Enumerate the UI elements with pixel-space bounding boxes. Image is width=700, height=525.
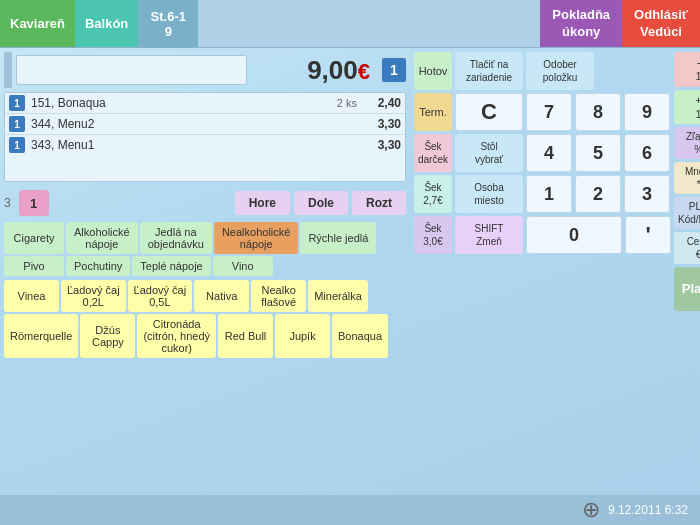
item-grid: VineaĽadový čaj 0,2LĽadový čaj 0,5LNativ… (4, 280, 406, 358)
tab-kaviaren[interactable]: Kaviareň (0, 0, 75, 47)
num-9[interactable]: 9 (624, 93, 670, 131)
action-col-left: Hotov Term. Šek darček Šek 2,7€ Šek 3,0€ (414, 52, 452, 311)
num-comma[interactable]: ' (625, 216, 671, 254)
item-btn[interactable]: Römerquelle (4, 314, 78, 358)
item-qty: 2 ks (337, 97, 357, 109)
order-item[interactable]: 1 344, Menu2 3,30 (5, 114, 405, 135)
num-3[interactable]: 3 (624, 175, 670, 213)
datetime: 9.12.2011 6:32 (608, 503, 688, 517)
top-bar: Kaviareň Balkón St.6-1 9 Pokladňa úkony … (0, 0, 700, 48)
category-tab[interactable]: Teplé nápoje (132, 256, 210, 276)
plus-button[interactable]: + 1 (674, 90, 700, 125)
pokladna-button[interactable]: Pokladňa úkony (540, 0, 622, 47)
qty-small-btn[interactable]: 1 (19, 190, 49, 216)
item-btn[interactable]: Jupík (275, 314, 330, 358)
item-price: 3,30 (365, 117, 401, 131)
sek-darc-button[interactable]: Šek darček (414, 134, 452, 172)
currency-symbol: € (358, 59, 370, 84)
item-btn[interactable]: Ľadový čaj 0,2L (61, 280, 126, 312)
hotov-button[interactable]: Hotov (414, 52, 452, 90)
platit-button[interactable]: Platiť (674, 267, 700, 311)
item-btn[interactable]: Nealko flašové (251, 280, 306, 312)
tab-balkon[interactable]: Balkón (75, 0, 138, 47)
right-panel: Hotov Term. Šek darček Šek 2,7€ Šek 3,0€… (410, 48, 700, 495)
odober-button[interactable]: Odober položku (526, 52, 594, 90)
zoom-icon[interactable]: ⊕ (582, 497, 600, 523)
numpad-row-c789: C 7 8 9 (455, 93, 671, 131)
main-area: 9,00€ 1 1 151, Bonaqua 2 ks 2,40 1 344, … (0, 48, 700, 495)
item-name: 343, Menu1 (31, 138, 357, 152)
numpad-row-stol456: Stôl vybrať 4 5 6 (455, 134, 671, 172)
item-price: 2,40 (365, 96, 401, 110)
item-price: 3,30 (365, 138, 401, 152)
odhlasit-button[interactable]: Odhlásiť Vedúci (622, 0, 700, 47)
term-button[interactable]: Term. (414, 93, 452, 131)
num-4[interactable]: 4 (526, 134, 572, 172)
category-tab[interactable]: Cigarety (4, 222, 64, 254)
zlava-button[interactable]: Zľava % (674, 127, 700, 159)
num-8[interactable]: 8 (575, 93, 621, 131)
order-name-bar (16, 55, 247, 85)
num-indicator: 3 (4, 196, 11, 210)
item-btn[interactable]: Minerálka (308, 280, 368, 312)
status-bar: ⊕ 9.12.2011 6:32 (0, 495, 700, 525)
cena-button[interactable]: Cena € (674, 232, 700, 264)
item-btn[interactable]: Citronáda (citrón, hnedý cukor) (137, 314, 216, 358)
side-marker (4, 52, 12, 88)
item-num: 1 (9, 137, 25, 153)
item-btn[interactable]: Džús Cappy (80, 314, 135, 358)
top-btn-group: Pokladňa úkony Odhlásiť Vedúci (540, 0, 700, 47)
category-tab[interactable]: Vino (213, 256, 273, 276)
category-tab[interactable]: Pochutiny (66, 256, 130, 276)
tlacit-button[interactable]: Tlačiť na zariadenie (455, 52, 523, 90)
sek-27-button[interactable]: Šek 2,7€ (414, 175, 452, 213)
category-tab[interactable]: Nealkoholické nápoje (214, 222, 298, 254)
item-btn[interactable]: Red Bull (218, 314, 273, 358)
num-0[interactable]: 0 (526, 216, 622, 254)
minus-button[interactable]: - 1 (674, 52, 700, 87)
order-header: 9,00€ 1 (4, 52, 406, 88)
plu-button[interactable]: PLU Kód/EAN (674, 197, 700, 229)
num-5[interactable]: 5 (575, 134, 621, 172)
category-tab[interactable]: Pivo (4, 256, 64, 276)
left-panel: 9,00€ 1 1 151, Bonaqua 2 ks 2,40 1 344, … (0, 48, 410, 495)
bottom-controls: 3 1 Hore Dole Rozt (4, 190, 406, 216)
numpad-center-wrapper: Tlačiť na zariadenie Odober položku C 7 … (455, 52, 671, 311)
osoba-button[interactable]: Osoba miesto (455, 175, 523, 213)
rozt-button[interactable]: Rozt (352, 191, 406, 215)
category-tab[interactable]: Rýchle jedlá (300, 222, 376, 254)
category-tab[interactable]: Jedlá na objednávku (140, 222, 212, 254)
item-btn[interactable]: Nativa (194, 280, 249, 312)
item-btn[interactable]: Bonaqua (332, 314, 388, 358)
category-tabs: CigaretyAlkoholické nápojeJedlá na objed… (4, 222, 406, 276)
sek-30-button[interactable]: Šek 3,0€ (414, 216, 452, 254)
numpad-row-osoba123: Osoba miesto 1 2 3 (455, 175, 671, 213)
qty-indicator: 1 (382, 58, 406, 82)
category-tab[interactable]: Alkoholické nápoje (66, 222, 138, 254)
numpad-row-shift0: SHIFT Zmeň 0 ' (455, 216, 671, 254)
num-1[interactable]: 1 (526, 175, 572, 213)
top-spacer (198, 0, 540, 47)
clear-button[interactable]: C (455, 93, 523, 131)
tab-st6[interactable]: St.6-1 9 (138, 0, 198, 47)
numpad-area: Hotov Term. Šek darček Šek 2,7€ Šek 3,0€… (414, 52, 696, 311)
order-item[interactable]: 1 151, Bonaqua 2 ks 2,40 (5, 93, 405, 114)
stol-button[interactable]: Stôl vybrať (455, 134, 523, 172)
order-items-list: 1 151, Bonaqua 2 ks 2,40 1 344, Menu2 3,… (4, 92, 406, 182)
item-btn[interactable]: Vinea (4, 280, 59, 312)
num-7[interactable]: 7 (526, 93, 572, 131)
action-col-right: - 1 + 1 Zľava % Množ. * PLU Kód/EAN Cena… (674, 52, 700, 311)
item-name: 344, Menu2 (31, 117, 357, 131)
shift-button[interactable]: SHIFT Zmeň (455, 216, 523, 254)
order-total-value: 9,00 (307, 55, 358, 85)
num-2[interactable]: 2 (575, 175, 621, 213)
dole-button[interactable]: Dole (294, 191, 348, 215)
num-6[interactable]: 6 (624, 134, 670, 172)
mnoz-button[interactable]: Množ. * (674, 162, 700, 194)
order-item[interactable]: 1 343, Menu1 3,30 (5, 135, 405, 155)
numpad-row-top: Tlačiť na zariadenie Odober položku (455, 52, 671, 90)
item-num: 1 (9, 95, 25, 111)
hore-button[interactable]: Hore (235, 191, 290, 215)
item-btn[interactable]: Ľadový čaj 0,5L (128, 280, 193, 312)
order-total: 9,00€ (307, 55, 370, 86)
